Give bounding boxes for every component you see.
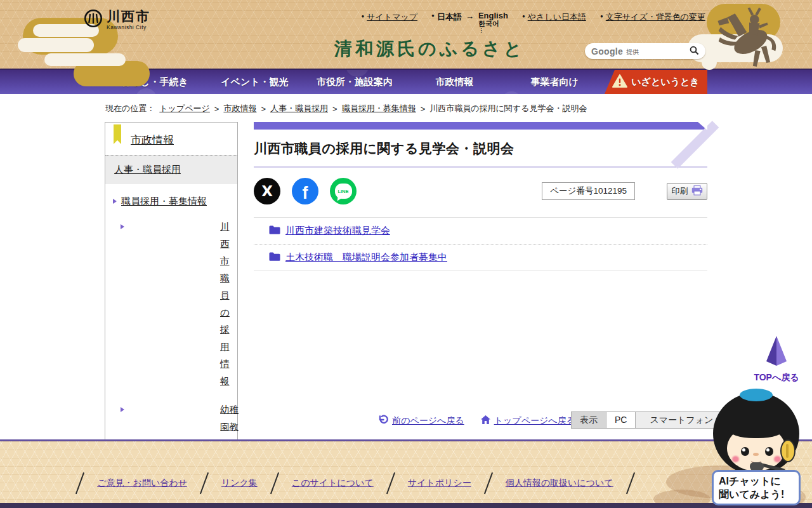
footer-link-privacy[interactable]: 個人情報の取扱いについて xyxy=(506,478,613,489)
line-share-icon[interactable]: LINE xyxy=(330,178,357,204)
footer-link-policy[interactable]: サイトポリシー xyxy=(408,478,471,489)
site-tagline: 清和源氏のふるさと xyxy=(334,37,525,61)
language-options: English 한국어 ⋮ xyxy=(478,11,508,33)
title-divider xyxy=(254,166,707,168)
nav-item-city-hall[interactable]: 市役所・施設案内 xyxy=(304,70,405,94)
slash-divider xyxy=(626,472,635,495)
x-share-icon[interactable]: X xyxy=(254,178,280,204)
search-button[interactable] xyxy=(690,46,699,57)
mascot-blush xyxy=(732,456,739,462)
back-to-top-label: TOPへ戻る xyxy=(752,372,801,384)
arrow-right-icon: → xyxy=(466,11,474,21)
chat-bubble-line2: 聞いてみよう! xyxy=(719,488,794,501)
view-mode-toggle: 表示 PC スマートフォン xyxy=(571,411,728,429)
title-accent-bar xyxy=(254,122,707,130)
slash-divider xyxy=(270,472,279,495)
breadcrumb-label: 現在の位置： xyxy=(105,103,155,114)
bullet-icon: ● xyxy=(361,13,364,19)
chevron-right-icon xyxy=(113,199,117,204)
sidebar-item-recruitment-info[interactable]: 職員採用・募集情報 xyxy=(112,187,231,213)
pyramid-up-icon xyxy=(764,358,789,369)
breadcrumb-link-home[interactable]: トップページ xyxy=(159,103,210,114)
mascot-eye xyxy=(741,447,749,456)
language-english[interactable]: English xyxy=(478,11,508,20)
corner-cut-decoration xyxy=(698,122,707,130)
nav-item-events[interactable]: イベント・観光 xyxy=(205,70,305,94)
footer-link-about[interactable]: このサイトについて xyxy=(292,478,374,489)
mascot-cap xyxy=(740,389,773,401)
easy-japanese-link[interactable]: ● やさしい日本語 xyxy=(522,11,586,23)
search-input[interactable]: Google 提供 xyxy=(585,43,705,59)
back-previous-link[interactable]: 前のページへ戻る xyxy=(378,415,464,427)
back-home-link[interactable]: トップページへ戻る xyxy=(481,415,575,427)
breadcrumb-separator: > xyxy=(421,104,426,114)
undo-arrow-icon xyxy=(378,415,388,427)
footer-link-contact[interactable]: ご意見・お問い合わせ xyxy=(97,478,187,489)
sidebar-parent-category: 人事・職員採用 xyxy=(105,155,237,184)
slash-divider xyxy=(386,472,395,495)
breadcrumb-separator: > xyxy=(261,104,266,114)
sidebar-title-link[interactable]: 市政情報 xyxy=(131,134,174,146)
page-footer-nav: 前のページへ戻る トップページへ戻る xyxy=(378,415,575,427)
chevron-right-icon xyxy=(121,224,216,229)
facebook-share-icon[interactable]: f xyxy=(292,178,318,204)
print-button[interactable]: 印刷 xyxy=(667,183,707,200)
sitemap-link[interactable]: ● サイトマップ xyxy=(361,11,417,23)
breadcrumb-link-hr[interactable]: 人事・職員採用 xyxy=(270,103,328,114)
doc-link-architecture-tour[interactable]: 川西市建築技術職見学会 xyxy=(254,218,707,244)
city-name: 川西市 Kawanishi City xyxy=(107,9,150,30)
footer-links: ご意見・お問い合わせ リンク集 このサイトについて サイトポリシー 個人情報の取… xyxy=(0,472,710,495)
folder-icon xyxy=(269,225,280,237)
search-icon xyxy=(690,46,699,57)
line-label: LINE xyxy=(337,189,348,194)
share-toolbar: X f LINE ページ番号1012195 印刷 xyxy=(254,178,707,204)
mascot-nose xyxy=(753,453,759,456)
language-switcher[interactable]: ● 日本語 → English 한국어 ⋮ xyxy=(431,11,508,33)
bullet-icon: ● xyxy=(431,13,435,18)
samurai-statue-image xyxy=(712,0,787,75)
view-toggle-label: 表示 xyxy=(572,412,606,428)
headset-earpiece-icon xyxy=(780,439,796,462)
slash-divider xyxy=(200,472,209,495)
city-logo[interactable]: 川西市 Kawanishi City xyxy=(84,9,150,30)
google-brand-label: Google xyxy=(591,46,623,57)
mascot-blush xyxy=(774,456,781,462)
accessibility-link[interactable]: ● 文字サイズ・背景色の変更 xyxy=(600,11,705,23)
slash-divider xyxy=(75,472,84,495)
document-link-list: 川西市建築技術職見学会 土木技術職 職場説明会参加者募集中 xyxy=(254,217,707,271)
bookmark-icon xyxy=(114,124,121,144)
chat-speech-bubble: AIチャットに 聞いてみよう! xyxy=(712,470,801,505)
breadcrumb-current: 川西市職員の採用に関する見学会・説明会 xyxy=(429,103,587,114)
sidebar-title: 市政情報 xyxy=(105,123,237,155)
breadcrumb-link-city-info[interactable]: 市政情報 xyxy=(223,103,256,114)
doc-link-civil-engineering-briefing[interactable]: 土木技術職 職場説明会参加者募集中 xyxy=(254,244,707,271)
back-to-top-button[interactable]: TOPへ戻る xyxy=(752,335,801,384)
ai-chat-mascot[interactable]: AIチャットに 聞いてみよう! xyxy=(712,389,804,507)
main-content: 川西市職員の採用に関する見学会・説明会 X f LINE ページ番号101219… xyxy=(254,122,707,271)
nav-item-emergency[interactable]: いざというとき xyxy=(605,70,707,94)
white-cloud-decoration xyxy=(44,53,126,66)
sidebar-parent-link[interactable]: 人事・職員採用 xyxy=(114,164,181,175)
chat-bubble-line1: AIチャットに xyxy=(719,474,794,488)
search-provided-label: 提供 xyxy=(626,48,639,57)
printer-icon xyxy=(691,185,703,197)
mascot-bangs xyxy=(728,419,784,438)
nav-item-city-info[interactable]: 市政情報 xyxy=(405,70,505,94)
home-icon xyxy=(481,415,490,426)
mascot-eye xyxy=(765,447,773,456)
breadcrumb-separator: > xyxy=(214,104,219,114)
warning-icon xyxy=(612,74,627,90)
sidebar-item-city-recruitment[interactable]: 川西市職員の採用情報 xyxy=(118,213,231,396)
bottom-bar xyxy=(0,503,812,508)
nav-item-business[interactable]: 事業者向け xyxy=(504,70,605,94)
bullet-icon: ● xyxy=(522,13,525,19)
slash-divider xyxy=(484,472,493,495)
page-number-badge: ページ番号1012195 xyxy=(542,182,635,200)
page-title: 川西市職員の採用に関する見学会・説明会 xyxy=(254,140,707,157)
footer-link-links[interactable]: リンク集 xyxy=(221,478,258,489)
view-toggle-pc[interactable]: PC xyxy=(606,412,635,428)
breadcrumb-link-recruitment[interactable]: 職員採用・募集情報 xyxy=(342,103,416,114)
page: 川西市 Kawanishi City ● サイトマップ ● 日本語 → Engl… xyxy=(0,0,812,508)
breadcrumb-separator: > xyxy=(332,104,337,114)
site-header: 川西市 Kawanishi City ● サイトマップ ● 日本語 → Engl… xyxy=(0,0,812,69)
